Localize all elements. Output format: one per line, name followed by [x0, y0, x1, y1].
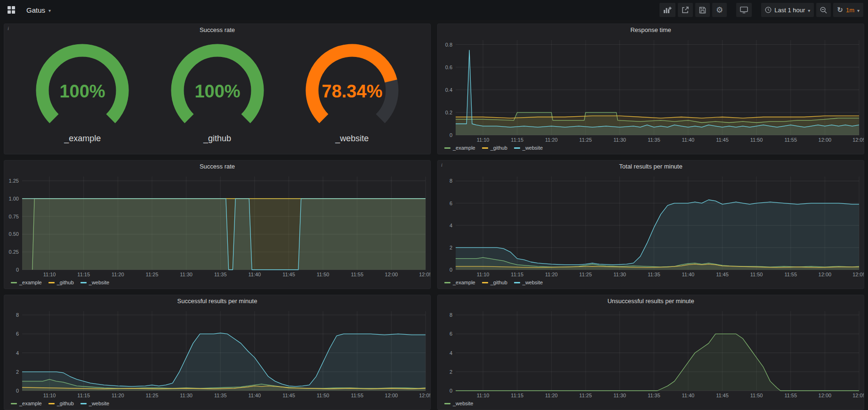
panel-title[interactable]: Success rate — [200, 26, 235, 33]
x-tick-label: 11:20 — [545, 393, 558, 398]
x-tick-label: 11:20 — [545, 137, 558, 143]
legend-swatch — [482, 147, 488, 149]
chart-canvas-successful_results[interactable]: 0246811:1011:1511:2011:2511:3011:3511:40… — [4, 307, 430, 399]
x-tick-label: 12:05 — [419, 272, 430, 277]
panel-header: Successful results per minute — [4, 295, 430, 307]
x-tick-label: 11:35 — [214, 393, 227, 398]
x-tick-label: 11:15 — [511, 393, 523, 398]
x-tick-label: 11:50 — [317, 393, 330, 398]
cycle-view-mode-button[interactable] — [736, 3, 752, 17]
y-tick-label: 4 — [450, 350, 452, 356]
x-tick-label: 11:35 — [648, 137, 660, 143]
total-results-chart[interactable]: 0246811:1011:1511:2011:2511:3011:3511:40… — [438, 172, 864, 278]
panel-title[interactable]: Successful results per minute — [177, 297, 257, 305]
legend-item-_example[interactable]: _example — [11, 401, 42, 406]
legend-label: _github — [490, 145, 507, 151]
chart-canvas-unsuccessful_results[interactable]: 0246811:1011:1511:2011:2511:3011:3511:40… — [438, 307, 864, 399]
legend-swatch — [514, 147, 520, 149]
x-tick-label: 11:15 — [77, 393, 90, 398]
panel-header: Success rate — [4, 24, 430, 36]
response-time-chart[interactable]: 00.20.40.60.811:1011:1511:2011:2511:3011… — [438, 36, 864, 144]
panel-successful-results: Successful results per minute 0246811:10… — [4, 295, 431, 410]
chart-canvas-success_rate_ts[interactable]: 00.250.500.751.001.2511:1011:1511:2011:2… — [4, 172, 430, 278]
y-tick-label: 2 — [16, 369, 19, 375]
x-tick-label: 11:55 — [784, 272, 797, 277]
legend-label: _github — [57, 280, 74, 285]
panel-success-rate-gauges: Success rate 100%_example100%_github78.3… — [4, 24, 431, 154]
y-tick-label: 6 — [450, 201, 452, 206]
y-tick-label: 0 — [16, 267, 19, 273]
legend-item-_github[interactable]: _github — [482, 280, 507, 285]
legend-item-_website[interactable]: _website — [80, 401, 109, 406]
legend-swatch — [444, 403, 450, 404]
legend-item-_example[interactable]: _example — [444, 145, 475, 151]
legend-item-_website[interactable]: _website — [514, 280, 543, 285]
panel-unsuccessful-results: Unsuccessful results per minute 0246811:… — [437, 295, 864, 410]
legend-label: _example — [453, 145, 475, 151]
y-tick-label: 1.00 — [9, 196, 19, 201]
panel-info-icon[interactable] — [441, 162, 442, 168]
successful-results-chart[interactable]: 0246811:1011:1511:2011:2511:3011:3511:40… — [4, 307, 430, 399]
x-tick-label: 12:00 — [385, 272, 398, 277]
panel-title[interactable]: Response time — [630, 26, 671, 33]
gauge-_example: 100%_example — [19, 42, 145, 144]
legend-item-_github[interactable]: _github — [482, 145, 507, 151]
zoom-out-time-button[interactable] — [816, 3, 831, 17]
panel-info-icon[interactable] — [8, 25, 9, 31]
x-tick-label: 11:45 — [282, 272, 295, 277]
legend: _example_github_website — [4, 399, 430, 410]
save-dashboard-button[interactable] — [695, 3, 710, 17]
dashboards-menu-button[interactable] — [4, 3, 19, 17]
x-tick-label: 11:10 — [43, 393, 56, 398]
x-tick-label: 12:05 — [419, 393, 430, 398]
save-icon — [699, 7, 706, 14]
x-tick-label: 11:30 — [613, 393, 626, 398]
gauge-value: 78.34% — [321, 81, 382, 101]
x-tick-label: 11:10 — [477, 393, 490, 398]
dashboard-settings-button[interactable] — [712, 3, 727, 17]
y-tick-label: 0 — [450, 132, 452, 138]
add-panel-button[interactable] — [659, 3, 675, 17]
unsuccessful-results-chart[interactable]: 0246811:1011:1511:2011:2511:3011:3511:40… — [438, 307, 864, 399]
x-tick-label: 11:25 — [579, 393, 592, 398]
x-tick-label: 11:45 — [716, 137, 729, 143]
gauge-label: _website — [335, 134, 369, 144]
x-tick-label: 11:30 — [180, 393, 193, 398]
legend-item-_website[interactable]: _website — [80, 280, 109, 285]
x-tick-label: 11:25 — [146, 393, 159, 398]
success-rate-chart[interactable]: 00.250.500.751.001.2511:1011:1511:2011:2… — [4, 172, 430, 278]
legend-item-_website[interactable]: _website — [514, 145, 543, 151]
panel-title[interactable]: Unsuccessful results per minute — [607, 297, 694, 305]
legend-label: _website — [522, 145, 543, 151]
legend-swatch — [48, 403, 55, 404]
legend-label: _example — [19, 401, 42, 406]
y-tick-label: 0.75 — [9, 214, 19, 219]
panel-title[interactable]: Success rate — [200, 163, 235, 170]
gauge-arc: 78.34% — [289, 42, 415, 133]
legend-item-_github[interactable]: _github — [48, 280, 74, 285]
legend: _example_github_website — [438, 278, 864, 289]
legend-label: _github — [57, 401, 74, 406]
x-tick-label: 11:30 — [613, 137, 626, 143]
x-tick-label: 11:40 — [682, 137, 695, 143]
dashboard-title-dropdown[interactable]: Gatus — [24, 4, 54, 16]
gauge-value: 100% — [60, 81, 105, 101]
chart-canvas-total_results[interactable]: 0246811:1011:1511:2011:2511:3011:3511:40… — [438, 172, 864, 278]
legend-item-_example[interactable]: _example — [11, 280, 42, 285]
caret-down-icon — [857, 7, 860, 14]
refresh-button[interactable]: 1m — [833, 3, 863, 17]
legend-item-_example[interactable]: _example — [444, 280, 475, 285]
x-tick-label: 11:40 — [682, 393, 695, 398]
x-tick-label: 11:45 — [716, 272, 729, 277]
chart-canvas-response_time[interactable]: 00.20.40.60.811:1011:1511:2011:2511:3011… — [438, 36, 864, 144]
legend-item-_github[interactable]: _github — [48, 401, 74, 406]
share-dashboard-button[interactable] — [678, 3, 693, 17]
x-tick-label: 11:25 — [146, 272, 159, 277]
panel-header: Response time — [438, 24, 864, 36]
panel-title[interactable]: Total results per minute — [619, 163, 682, 170]
legend-label: _website — [522, 280, 543, 285]
time-range-picker[interactable]: Last 1 hour — [761, 3, 814, 17]
x-tick-label: 11:10 — [43, 272, 56, 277]
y-tick-label: 6 — [450, 331, 452, 337]
legend-item-_website[interactable]: _website — [444, 401, 473, 406]
